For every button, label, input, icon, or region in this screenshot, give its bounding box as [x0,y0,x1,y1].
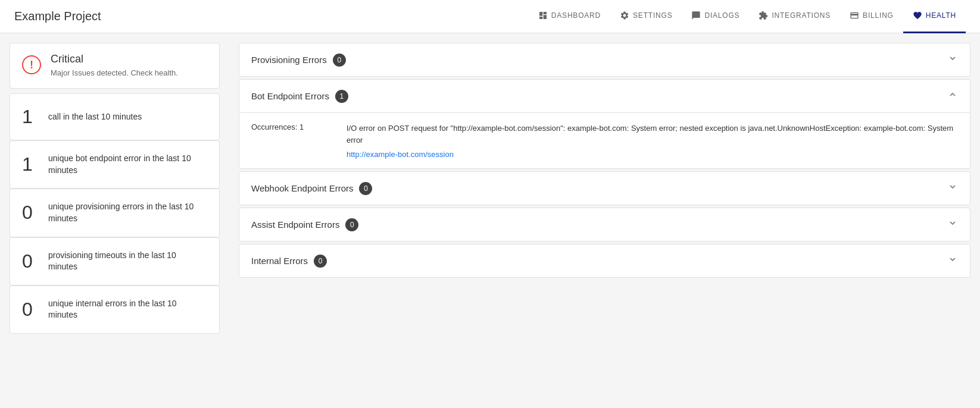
health-nav-icon [913,11,922,20]
stat-number-1: 1 [22,153,36,175]
section-webhook-endpoint-errors: Webhook Endpoint Errors0 [239,171,970,205]
error-message-0: I/O error on POST request for "http://ex… [347,123,958,146]
error-detail-0: I/O error on POST request for "http://ex… [347,123,958,159]
main-nav: DASHBOARDSETTINGSDIALOGSINTEGRATIONSBILL… [529,0,966,33]
section-header-internal-errors[interactable]: Internal Errors0 [239,244,970,277]
billing-nav-label: BILLING [863,11,894,20]
dashboard-nav-label: DASHBOARD [551,11,601,20]
section-header-assist-endpoint-errors[interactable]: Assist Endpoint Errors0 [239,208,970,241]
section-assist-endpoint-errors: Assist Endpoint Errors0 [239,208,970,241]
app-header: Example Project DASHBOARDSETTINGSDIALOGS… [0,0,980,33]
stat-card-4: 0unique internal errors in the last 10 m… [10,285,220,334]
critical-text: Critical Major Issues detected. Check he… [51,53,178,79]
section-bot-endpoint-errors: Bot Endpoint Errors1Occurrences: 1I/O er… [239,79,970,169]
stat-card-1: 1unique bot endpoint error in the last 1… [10,140,220,189]
nav-item-dialogs[interactable]: DIALOGS [682,0,749,33]
dashboard-nav-icon [538,11,548,20]
occurrences-label-0: Occurrences: 1 [251,123,323,159]
stat-label-3: provisioning timeouts in the last 10 min… [48,250,207,273]
critical-card: ! Critical Major Issues detected. Check … [10,43,220,89]
section-title-assist-endpoint-errors: Assist Endpoint Errors [251,219,339,230]
stat-number-4: 0 [22,299,36,321]
stat-card-2: 0unique provisioning errors in the last … [10,189,220,237]
critical-icon: ! [22,55,41,74]
stat-number-3: 0 [22,250,36,272]
stat-label-1: unique bot endpoint error in the last 10… [48,153,207,176]
section-badge-assist-endpoint-errors: 0 [345,218,358,231]
section-provisioning-errors: Provisioning Errors0 [239,43,970,77]
stat-card-3: 0provisioning timeouts in the last 10 mi… [10,237,220,285]
nav-item-settings[interactable]: SETTINGS [610,0,682,33]
settings-nav-label: SETTINGS [633,11,672,20]
section-body-bot-endpoint-errors: Occurrences: 1I/O error on POST request … [239,112,970,168]
critical-title: Critical [51,53,178,65]
stat-label-4: unique internal errors in the last 10 mi… [48,298,207,321]
integrations-nav-label: INTEGRATIONS [772,11,831,20]
section-header-left-bot-endpoint-errors: Bot Endpoint Errors1 [251,90,348,103]
section-title-bot-endpoint-errors: Bot Endpoint Errors [251,91,329,101]
content-area: Provisioning Errors0Bot Endpoint Errors1… [229,33,980,408]
stat-label-0: call in the last 10 minutes [48,111,142,123]
section-header-bot-endpoint-errors[interactable]: Bot Endpoint Errors1 [239,80,970,112]
nav-item-billing[interactable]: BILLING [840,0,903,33]
stat-cards: 1call in the last 10 minutes1unique bot … [10,93,220,334]
section-header-webhook-endpoint-errors[interactable]: Webhook Endpoint Errors0 [239,172,970,205]
nav-item-integrations[interactable]: INTEGRATIONS [749,0,840,33]
stat-label-2: unique provisioning errors in the last 1… [48,201,207,224]
sections-container: Provisioning Errors0Bot Endpoint Errors1… [239,43,970,278]
stat-number-2: 0 [22,202,36,224]
dialogs-nav-label: DIALOGS [704,11,739,20]
section-header-left-internal-errors: Internal Errors0 [251,255,327,268]
app-title: Example Project [14,10,101,23]
health-nav-label: HEALTH [926,11,956,20]
section-header-left-provisioning-errors: Provisioning Errors0 [251,54,346,67]
nav-item-health[interactable]: HEALTH [903,0,966,33]
error-url-0[interactable]: http://example-bot.com/session [347,150,454,159]
stat-card-0: 1call in the last 10 minutes [10,93,220,140]
settings-nav-icon [620,11,629,20]
section-badge-bot-endpoint-errors: 1 [335,90,348,103]
section-title-internal-errors: Internal Errors [251,256,308,266]
sidebar: ! Critical Major Issues detected. Check … [0,33,229,408]
section-chevron-internal-errors [947,254,958,268]
section-title-webhook-endpoint-errors: Webhook Endpoint Errors [251,183,353,193]
dialogs-nav-icon [691,11,701,20]
section-header-left-assist-endpoint-errors: Assist Endpoint Errors0 [251,218,358,231]
section-chevron-bot-endpoint-errors [947,89,958,103]
section-chevron-provisioning-errors [947,53,958,67]
section-badge-internal-errors: 0 [314,255,327,268]
section-header-left-webhook-endpoint-errors: Webhook Endpoint Errors0 [251,182,372,195]
section-title-provisioning-errors: Provisioning Errors [251,55,327,65]
stat-number-0: 1 [22,106,36,128]
error-row-0: Occurrences: 1I/O error on POST request … [251,123,958,159]
nav-item-dashboard[interactable]: DASHBOARD [529,0,610,33]
billing-nav-icon [850,11,859,20]
section-header-provisioning-errors[interactable]: Provisioning Errors0 [239,43,970,76]
section-badge-provisioning-errors: 0 [333,54,346,67]
section-chevron-webhook-endpoint-errors [947,181,958,195]
section-chevron-assist-endpoint-errors [947,218,958,231]
integrations-nav-icon [759,11,768,20]
section-badge-webhook-endpoint-errors: 0 [359,182,372,195]
critical-description: Major Issues detected. Check health. [51,68,178,79]
section-internal-errors: Internal Errors0 [239,244,970,278]
main-layout: ! Critical Major Issues detected. Check … [0,33,980,408]
